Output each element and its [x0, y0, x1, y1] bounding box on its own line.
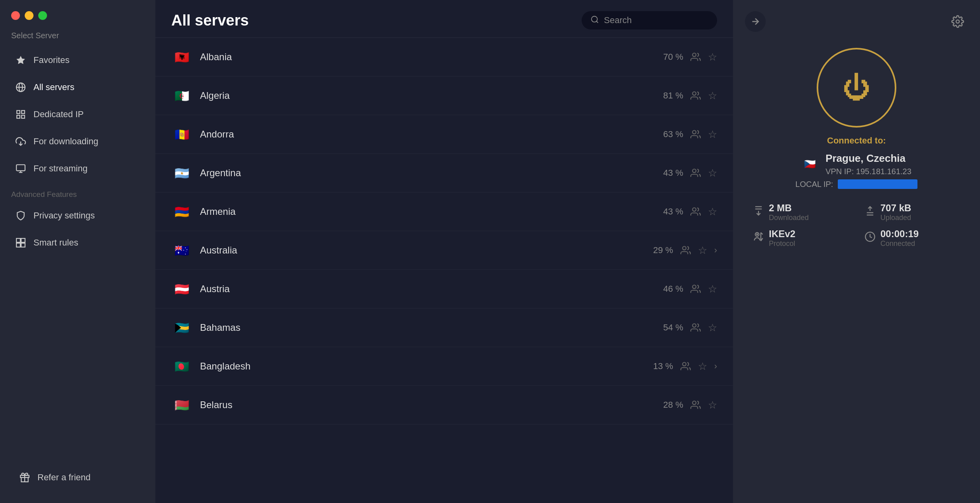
svg-point-21	[692, 130, 696, 134]
search-icon	[590, 15, 599, 26]
sidebar-item-favorites-label: Favorites	[33, 55, 69, 65]
main-header: All servers	[155, 0, 733, 38]
sidebar-item-for-streaming[interactable]: For streaming	[4, 156, 151, 181]
server-list: 🇦🇱 Albania 70 % ☆	[155, 38, 733, 503]
table-row[interactable]: 🇩🇿 Algeria 81 % ☆	[155, 77, 733, 115]
sidebar-item-all-servers-label: All servers	[33, 82, 74, 92]
favorite-star[interactable]: ☆	[708, 283, 717, 295]
server-meta: 13 % ☆ ›	[645, 360, 717, 373]
upload-value: 707 kB	[880, 202, 911, 214]
country-flag: 🇦🇩	[171, 124, 192, 145]
sidebar-item-favorites[interactable]: Favorites	[4, 47, 151, 73]
table-row[interactable]: 🇧🇾 Belarus 28 % ☆	[155, 386, 733, 424]
connection-info: 🇨🇿 Prague, Czechia VPN IP: 195.181.161.2…	[802, 152, 911, 176]
country-name: Armenia	[200, 206, 647, 217]
favorite-star[interactable]: ☆	[708, 167, 717, 179]
search-container	[582, 11, 717, 29]
connected-country-flag: 🇨🇿	[802, 156, 818, 173]
group-icon	[690, 400, 701, 410]
country-flag: 🇦🇺	[171, 240, 192, 261]
page-title: All servers	[171, 12, 249, 29]
sidebar-item-for-downloading[interactable]: For downloading	[4, 129, 151, 154]
sidebar-section-label: Select Server	[0, 28, 155, 47]
connected-time-label: Connected	[880, 240, 919, 248]
sidebar-item-smart-rules[interactable]: Smart rules	[4, 230, 151, 255]
traffic-light-green[interactable]	[38, 11, 47, 20]
server-meta: 29 % ☆ ›	[645, 244, 717, 257]
server-load: 28 %	[655, 400, 683, 410]
clock-icon	[864, 231, 876, 245]
favorite-star[interactable]: ☆	[708, 206, 717, 218]
main-content: All servers 🇦🇱 Albania 70 %	[155, 0, 733, 503]
svg-point-28	[692, 401, 696, 405]
group-icon	[680, 361, 691, 371]
expand-chevron[interactable]: ›	[714, 361, 717, 371]
favorite-star[interactable]: ☆	[708, 322, 717, 334]
sidebar-item-all-servers[interactable]: All servers	[4, 75, 151, 100]
back-arrow-button[interactable]	[745, 11, 766, 32]
favorite-star[interactable]: ☆	[698, 244, 707, 257]
sidebar-item-for-streaming-label: For streaming	[33, 163, 88, 174]
svg-point-24	[682, 246, 686, 250]
globe-icon	[15, 82, 26, 93]
expand-chevron[interactable]: ›	[714, 245, 717, 255]
favorite-star[interactable]: ☆	[708, 128, 717, 141]
svg-point-23	[692, 208, 696, 211]
search-input[interactable]	[604, 15, 708, 26]
connected-time: 00:00:19	[880, 228, 919, 240]
right-panel-header	[733, 0, 980, 32]
svg-rect-3	[17, 110, 20, 114]
svg-point-19	[692, 53, 696, 57]
table-row[interactable]: 🇦🇹 Austria 46 % ☆	[155, 270, 733, 308]
server-meta: 28 % ☆	[655, 399, 717, 411]
protocol-stat-content: IKEv2 Protocol	[769, 228, 796, 248]
local-ip-row: LOCAL IP:	[796, 179, 918, 189]
favorite-star[interactable]: ☆	[708, 51, 717, 63]
svg-point-30	[956, 20, 959, 23]
shield-icon	[15, 210, 26, 221]
country-flag: 🇦🇲	[171, 201, 192, 222]
country-name: Belarus	[200, 399, 647, 411]
country-flag: 🇩🇿	[171, 85, 192, 106]
table-row[interactable]: 🇦🇷 Argentina 43 % ☆	[155, 154, 733, 193]
sidebar-item-dedicated-ip[interactable]: Dedicated IP	[4, 102, 151, 127]
table-row[interactable]: 🇦🇲 Armenia 43 % ☆	[155, 193, 733, 231]
traffic-light-red[interactable]	[11, 11, 20, 20]
table-row[interactable]: 🇦🇱 Albania 70 % ☆	[155, 38, 733, 77]
advanced-features-label: Advanced Features	[0, 182, 155, 202]
connected-city: Prague, Czechia	[825, 152, 911, 165]
sidebar-item-refer-friend[interactable]: Refer a friend	[8, 465, 147, 490]
country-name: Algeria	[200, 90, 647, 101]
svg-point-17	[592, 16, 598, 22]
sidebar-item-privacy-settings[interactable]: Privacy settings	[4, 203, 151, 228]
sidebar-item-refer-friend-label: Refer a friend	[37, 472, 90, 483]
traffic-light-yellow[interactable]	[25, 11, 33, 20]
smart-rules-icon	[15, 237, 26, 248]
server-load: 43 %	[655, 206, 683, 217]
power-button[interactable]: ⏻	[817, 48, 896, 128]
favorite-star[interactable]: ☆	[698, 360, 707, 373]
favorite-star[interactable]: ☆	[708, 399, 717, 411]
table-row[interactable]: 🇦🇺 Australia 29 % ☆ ›	[155, 231, 733, 270]
download-stat-content: 2 MB Downloaded	[769, 202, 809, 222]
server-meta: 43 % ☆	[655, 206, 717, 218]
server-meta: 43 % ☆	[655, 167, 717, 179]
svg-point-20	[692, 92, 696, 95]
table-row[interactable]: 🇧🇩 Bangladesh 13 % ☆ ›	[155, 347, 733, 386]
server-load: 54 %	[655, 322, 683, 333]
table-row[interactable]: 🇦🇩 Andorra 63 % ☆	[155, 115, 733, 154]
server-meta: 63 % ☆	[655, 128, 717, 141]
sidebar-item-smart-rules-label: Smart rules	[33, 238, 78, 248]
sidebar-item-for-downloading-label: For downloading	[33, 136, 98, 147]
server-load: 13 %	[645, 361, 673, 371]
country-name: Argentina	[200, 167, 647, 179]
settings-gear-button[interactable]	[947, 11, 968, 32]
svg-point-22	[692, 169, 696, 173]
table-row[interactable]: 🇧🇸 Bahamas 54 % ☆	[155, 308, 733, 347]
star-icon	[15, 55, 26, 66]
svg-point-25	[692, 285, 696, 289]
svg-point-26	[692, 324, 696, 327]
favorite-star[interactable]: ☆	[708, 90, 717, 102]
country-flag: 🇧🇾	[171, 395, 192, 415]
upload-stat-icon	[864, 205, 876, 219]
